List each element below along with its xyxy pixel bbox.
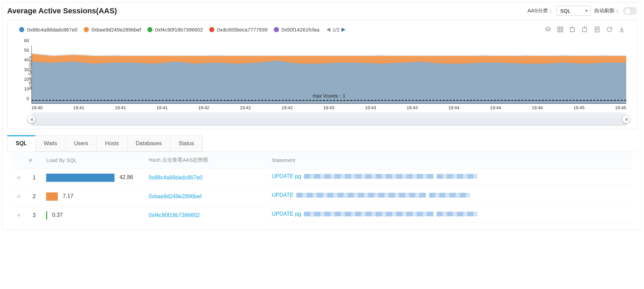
- tab-users[interactable]: Users: [65, 135, 97, 152]
- row-index: 1: [26, 168, 43, 187]
- row-statement[interactable]: UPDATE pg: [268, 206, 632, 222]
- chart-area: Active Sessions max Vcores：1 01020304050…: [8, 35, 636, 110]
- svg-rect-8: [582, 28, 587, 32]
- y-tick: 30: [24, 67, 29, 72]
- legend-item-1[interactable]: 0xbae9d249e2896bef: [84, 27, 141, 33]
- legend-item-2[interactable]: 0xf4c90f18b7396602: [147, 27, 203, 33]
- y-tick: 0: [27, 96, 29, 101]
- stmt-redacted: [304, 174, 434, 179]
- y-tick: 60: [24, 38, 29, 43]
- row-statement[interactable]: UPDATE pg: [268, 168, 632, 185]
- hash-link[interactable]: 0x88c4a88dadc867e0: [149, 175, 202, 180]
- aas-chart-card: 0x88c4a88dadc867e0 0xbae9d249e2896bef 0x…: [7, 20, 637, 129]
- y-tick: 50: [24, 48, 29, 53]
- hash-link[interactable]: 0xf4c90f18b7396602: [149, 212, 200, 218]
- legend-dot-icon: [274, 27, 279, 32]
- stmt-redacted: [296, 193, 426, 198]
- col-hash: Hash 点击查看AAS趋势图: [145, 152, 268, 168]
- range-handle-left[interactable]: [27, 115, 36, 123]
- layers-icon[interactable]: [544, 26, 552, 33]
- document-icon[interactable]: [593, 26, 601, 33]
- x-tick: 19:43: [407, 105, 418, 110]
- x-tick: 19:42: [282, 105, 293, 110]
- svg-rect-2: [561, 27, 563, 29]
- x-tick: 19:43: [323, 105, 335, 110]
- aas-panel: Average Active Sessions(AAS) AAS分类： SQL …: [2, 2, 642, 230]
- table-row: + 2 7.17 0xbae9d249e2896bef UPDATE: [12, 187, 632, 206]
- x-tick: 19:45: [615, 105, 626, 110]
- expand-row-button[interactable]: +: [12, 187, 26, 206]
- col-stmt: Statement: [268, 152, 632, 168]
- x-tick: 19:43: [365, 105, 376, 110]
- legend-pager: ◀ 1/2 ▶: [326, 26, 346, 33]
- legend-dot-icon: [209, 27, 214, 32]
- aas-group-select-input[interactable]: SQL: [556, 6, 591, 16]
- aas-group-select[interactable]: SQL: [556, 6, 591, 16]
- svg-rect-1: [558, 27, 560, 29]
- row-statement[interactable]: UPDATE: [268, 187, 632, 203]
- svg-rect-5: [570, 28, 574, 32]
- x-tick: 19:45: [573, 105, 585, 110]
- hash-link[interactable]: 0xbae9d249e2896bef: [149, 193, 202, 199]
- legend-dot-icon: [84, 27, 89, 32]
- legend-page-label: 1/2: [333, 27, 340, 33]
- legend-dot-icon: [147, 27, 152, 32]
- tab-databases[interactable]: Databases: [127, 135, 171, 152]
- zoom-in-icon[interactable]: [569, 26, 576, 33]
- legend-item-4[interactable]: 0x50f14261fcfaa: [274, 27, 320, 33]
- stmt-prefix: UPDATE: [272, 192, 294, 198]
- svg-marker-0: [546, 27, 551, 30]
- stmt-redacted: [429, 193, 470, 198]
- tabs-section: SQLWaitsUsersHostsDatabasesStatus # Load…: [2, 135, 642, 230]
- x-tick: 19:40: [31, 105, 43, 110]
- x-tick: 19:44: [490, 105, 501, 110]
- threshold-label: max Vcores：1: [313, 93, 346, 99]
- expand-row-button[interactable]: +: [12, 206, 26, 225]
- tab-waits[interactable]: Waits: [35, 135, 66, 152]
- download-icon[interactable]: [618, 26, 626, 33]
- threshold-line: [32, 100, 626, 101]
- y-tick: 40: [24, 57, 29, 62]
- tabs: SQLWaitsUsersHostsDatabasesStatus: [7, 135, 637, 152]
- stmt-redacted: [437, 174, 478, 179]
- expand-row-button[interactable]: +: [12, 168, 26, 187]
- legend-item-0[interactable]: 0x88c4a88dadc867e0: [19, 27, 78, 33]
- load-bar: [46, 211, 47, 219]
- autorefresh-toggle[interactable]: [623, 7, 637, 15]
- range-handle-right[interactable]: [622, 115, 630, 123]
- legend-item-3[interactable]: 0xdc900beca7777939: [209, 27, 268, 33]
- legend-next-icon[interactable]: ▶: [341, 26, 346, 33]
- x-tick: 19:41: [157, 105, 168, 110]
- tab-status[interactable]: Status: [170, 135, 202, 152]
- legend-prev-icon[interactable]: ◀: [326, 26, 331, 33]
- refresh-icon[interactable]: [606, 26, 613, 33]
- group-label: AAS分类：: [527, 8, 553, 14]
- stmt-redacted: [304, 212, 434, 216]
- chart-range-nav[interactable]: [31, 112, 626, 126]
- sql-table: # Load By SQL Hash 点击查看AAS趋势图 Statement …: [12, 152, 632, 225]
- x-tick: 19:44: [448, 105, 460, 110]
- tab-sql[interactable]: SQL: [7, 135, 36, 152]
- row-load: 0.37: [43, 206, 145, 225]
- load-value: 0.37: [52, 212, 63, 218]
- table-row: + 1 42.86 0x88c4a88dadc867e0 UPDATE pg: [12, 168, 632, 187]
- x-tick: 19:44: [532, 105, 543, 110]
- stmt-prefix: UPDATE pg: [272, 211, 301, 217]
- load-bar: [46, 174, 115, 182]
- x-tick: 19:42: [198, 105, 210, 110]
- table-row: + 3 0.37 0xf4c90f18b7396602 UPDATE pg: [12, 206, 632, 225]
- svg-rect-4: [561, 30, 563, 32]
- sql-table-wrap: # Load By SQL Hash 点击查看AAS趋势图 Statement …: [7, 152, 637, 230]
- col-idx: #: [26, 152, 43, 168]
- col-load: Load By SQL: [43, 152, 145, 168]
- tab-hosts[interactable]: Hosts: [96, 135, 128, 152]
- page-title: Average Active Sessions(AAS): [7, 7, 527, 15]
- zoom-reset-icon[interactable]: [581, 26, 589, 33]
- x-tick: 19:41: [73, 105, 84, 110]
- load-value: 42.86: [119, 174, 133, 180]
- x-axis-ticks: 19:4019:4119:4119:4119:4219:4219:4219:43…: [31, 104, 626, 110]
- load-bar: [46, 192, 58, 201]
- grid-icon[interactable]: [556, 26, 564, 33]
- panel-header: Average Active Sessions(AAS) AAS分类： SQL …: [2, 2, 642, 20]
- chart-plot[interactable]: max Vcores：1 0102030405060: [31, 46, 626, 104]
